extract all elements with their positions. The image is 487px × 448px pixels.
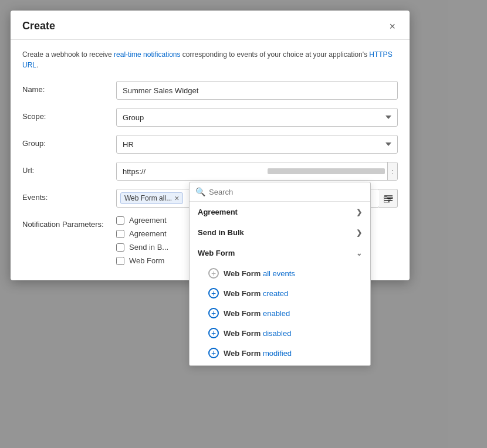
notif-checkbox-3[interactable] [116,243,124,252]
scope-label: Scope: [22,108,116,121]
events-tag: Web Form all... × [120,192,183,204]
item-bold-all-events: Web Form [224,269,261,278]
notif-item-3[interactable]: Send in B... [116,243,168,252]
desc-text-2: corresponding to events of your choice a… [180,50,369,59]
desc-link-1[interactable]: real-time notifications [114,50,180,59]
item-bold-created: Web Form [224,289,261,298]
name-label: Name: [22,81,116,94]
events-label: Events: [22,189,116,202]
group-row: Group: HR IT Sales Marketing [22,135,398,154]
category-web-form[interactable]: Web Form ⌄ [190,243,370,263]
search-icon: 🔍 [195,187,205,196]
desc-text-3: . [36,61,38,69]
item-rest-disabled: disabled [263,329,291,338]
url-suffix: : [387,162,397,180]
dropdown-search-input[interactable] [209,188,364,196]
notif-checkbox-2[interactable] [116,230,124,238]
plus-icon-disabled: + [208,328,219,338]
item-bold-enabled: Web Form [224,309,261,318]
plus-icon-modified: + [208,348,219,358]
category-web-form-label: Web Form [198,249,235,257]
category-agreement-arrow: ❯ [356,208,362,216]
notif-checkbox-list: Agreement Agreement Send in B... Web For… [116,216,168,265]
events-dropdown-panel: 🔍 Agreement ❯ Send in Bulk ❯ Web Form ⌄ … [189,182,371,366]
dropdown-item-created[interactable]: + Web Form created [190,283,370,303]
dropdown-search-area: 🔍 [190,182,370,202]
dropdown-list: Agreement ❯ Send in Bulk ❯ Web Form ⌄ + … [190,202,370,363]
scope-row: Scope: Group Account User [22,108,398,127]
desc-text-1: Create a webhook to receive [22,50,114,59]
item-text-all-events: Web Form all events [224,269,295,278]
item-bold-disabled: Web Form [224,329,261,338]
dropdown-item-enabled[interactable]: + Web Form enabled [190,303,370,323]
events-tag-remove[interactable]: × [174,194,179,202]
modal-description: Create a webhook to receive real-time no… [22,49,398,70]
url-input[interactable] [117,162,268,180]
notif-item-2-label: Agreement [129,229,167,238]
scope-select[interactable]: Group Account User [116,108,398,127]
plus-icon-enabled: + [208,308,219,318]
dropdown-item-modified[interactable]: + Web Form modified [190,343,370,363]
name-input[interactable] [116,81,398,100]
notif-label: Notification Parameters: [22,216,116,229]
dropdown-item-disabled[interactable]: + Web Form disabled [190,323,370,343]
category-agreement-label: Agreement [198,208,238,216]
item-text-modified: Web Form modified [224,349,292,358]
modal-header: Create × [11,11,410,40]
notif-checkbox-1[interactable] [116,216,124,225]
plus-icon-created: + [208,288,219,298]
item-text-enabled: Web Form enabled [224,309,290,318]
group-label: Group: [22,135,116,148]
category-send-in-bulk-label: Send in Bulk [198,228,244,237]
item-text-disabled: Web Form disabled [224,329,291,338]
item-rest-enabled: enabled [263,309,290,318]
modal-title: Create [22,20,55,32]
events-dropdown-button[interactable] [379,189,398,208]
item-text-created: Web Form created [224,289,288,298]
bar-3 [384,200,393,201]
notif-item-4[interactable]: Web Form [116,256,168,265]
category-send-in-bulk-arrow: ❯ [356,229,362,237]
item-rest-modified: modified [263,349,292,358]
item-rest-created: created [263,289,288,298]
bar-2 [384,198,393,199]
url-label: Url: [22,162,116,175]
url-row: Url: : [22,162,398,181]
url-blurred [268,168,385,174]
notif-item-4-label: Web Form [129,256,164,265]
notif-item-2[interactable]: Agreement [116,229,168,238]
close-button[interactable]: × [387,21,398,32]
notif-item-1[interactable]: Agreement [116,216,168,225]
category-agreement[interactable]: Agreement ❯ [190,202,370,222]
bar-1 [384,195,393,196]
item-bold-modified: Web Form [224,349,261,358]
name-row: Name: [22,81,398,100]
plus-icon-all-events: + [208,268,219,279]
notif-item-1-label: Agreement [129,216,167,225]
notif-checkbox-4[interactable] [116,257,124,265]
url-input-wrapper: : [116,162,398,181]
events-tag-label: Web Form all... [124,194,172,202]
dropdown-item-all-events[interactable]: + Web Form all events [190,263,370,283]
category-web-form-arrow: ⌄ [356,249,362,257]
category-send-in-bulk[interactable]: Send in Bulk ❯ [190,222,370,243]
notif-item-3-label: Send in B... [129,243,168,252]
group-select[interactable]: HR IT Sales Marketing [116,135,398,154]
item-rest-all-events: all events [263,269,295,278]
